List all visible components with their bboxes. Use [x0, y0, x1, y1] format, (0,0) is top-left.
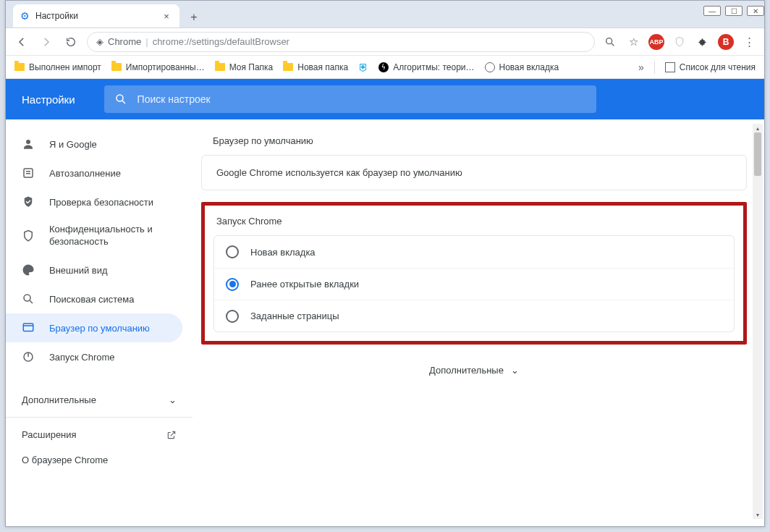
reading-list-button[interactable]: Список для чтения [665, 62, 756, 72]
bookmark-folder[interactable]: Моя Папка [215, 62, 274, 72]
url-path: chrome://settings/defaultBrowser [153, 36, 289, 47]
advanced-toggle-main[interactable]: Дополнительные ⌄ [201, 365, 747, 376]
radio-icon [226, 278, 239, 291]
divider [654, 61, 655, 74]
person-icon [22, 138, 35, 151]
close-tab-button[interactable]: × [161, 10, 172, 22]
settings-search-box[interactable] [104, 85, 596, 113]
globe-icon [485, 62, 495, 72]
svg-point-1 [117, 95, 123, 101]
radio-icon [226, 245, 239, 258]
bookmarks-bar: Выполнен импорт Импортированны… Моя Папк… [6, 56, 764, 79]
sidebar-item-you-and-google[interactable]: Я и Google [6, 130, 182, 159]
sidebar-item-autofill[interactable]: Автозаполнение [6, 159, 182, 187]
bookmark-folder[interactable]: Выполнен импорт [14, 62, 101, 72]
sidebar-item-default-browser[interactable]: Браузер по умолчанию [6, 313, 182, 342]
sidebar-item-privacy[interactable]: Конфиденциальность и безопасность [6, 216, 182, 256]
url-host: Chrome [108, 36, 141, 47]
minimize-button[interactable]: — [703, 6, 721, 16]
search-icon [22, 292, 35, 305]
site-info-icon[interactable]: ◈ [96, 36, 103, 47]
divider [6, 417, 192, 418]
page-title: Настройки [22, 93, 75, 106]
bookmark-item[interactable]: Новая вкладка [485, 62, 559, 72]
shield-check-icon [22, 195, 35, 208]
folder-icon [283, 63, 293, 71]
circle-icon: ϟ [378, 62, 389, 72]
sidebar-item-on-startup[interactable]: Запуск Chrome [6, 342, 182, 371]
folder-icon [111, 63, 122, 71]
tab-strip: ⚙ Настройки × + [6, 1, 764, 28]
svg-point-0 [606, 38, 612, 43]
sidebar-item-safety-check[interactable]: Проверка безопасности [6, 187, 182, 216]
radio-option-continue[interactable]: Ранее открытые вкладки [214, 268, 734, 300]
browser-icon [22, 321, 35, 334]
scroll-up-arrow-icon[interactable]: ▴ [753, 124, 763, 132]
settings-sidebar: Я и Google Автозаполнение Проверка безоп… [6, 119, 192, 526]
profile-avatar[interactable]: B [718, 34, 734, 50]
bookmark-item[interactable]: ⛨ [358, 62, 368, 73]
sidebar-about-link[interactable]: О браузере Chrome [22, 447, 177, 473]
url-input[interactable]: ◈ Chrome | chrome://settings/defaultBrow… [87, 32, 595, 52]
chevron-down-icon: ⌄ [511, 365, 519, 376]
radio-option-specific-pages[interactable]: Заданные страницы [214, 300, 734, 332]
reload-button[interactable] [62, 33, 80, 51]
svg-rect-5 [23, 324, 33, 332]
scroll-down-arrow-icon[interactable]: ▾ [753, 510, 763, 519]
sidebar-advanced-toggle[interactable]: Дополнительные ⌄ [22, 387, 177, 413]
highlighted-section: Запуск Chrome Новая вкладка Ранее открыт… [201, 202, 747, 345]
sidebar-item-appearance[interactable]: Внешний вид [6, 256, 182, 284]
radio-icon [226, 310, 239, 323]
back-button[interactable] [13, 33, 30, 51]
folder-icon [14, 63, 25, 71]
gear-icon: ⚙ [20, 10, 30, 22]
privacy-icon [22, 229, 35, 242]
folder-icon [215, 63, 225, 71]
on-startup-options: Новая вкладка Ранее открытые вкладки Зад… [213, 235, 735, 332]
lens-search-icon[interactable] [602, 34, 618, 50]
address-bar: ◈ Chrome | chrome://settings/defaultBrow… [6, 28, 764, 56]
default-browser-card: Google Chrome используется как браузер п… [201, 155, 747, 190]
scrollbar-thumb[interactable] [754, 132, 761, 176]
settings-search-input[interactable] [138, 93, 586, 105]
extensions-puzzle-icon[interactable] [695, 34, 711, 50]
bookmark-folder[interactable]: Импортированны… [111, 62, 205, 72]
autofill-icon [22, 166, 35, 180]
shield-extension-icon[interactable] [672, 34, 688, 50]
sidebar-extensions-link[interactable]: Расширения [22, 422, 177, 447]
chrome-menu-button[interactable]: ⋮ [741, 34, 757, 50]
svg-point-4 [24, 295, 30, 301]
sidebar-item-search-engine[interactable]: Поисковая система [6, 284, 182, 313]
shield-icon: ⛨ [358, 62, 368, 73]
radio-option-new-tab[interactable]: Новая вкладка [214, 236, 734, 268]
section-title-default-browser: Браузер по умолчанию [213, 135, 747, 146]
tab-title: Настройки [35, 11, 78, 21]
close-window-button[interactable]: ✕ [747, 6, 764, 16]
search-icon [114, 93, 127, 106]
new-tab-button[interactable]: + [184, 7, 204, 28]
forward-button[interactable] [38, 33, 55, 51]
maximize-button[interactable]: ☐ [725, 6, 742, 16]
power-icon [22, 350, 35, 363]
bookmark-item[interactable]: ϟАлгоритмы: теори… [378, 62, 474, 72]
bookmark-star-icon[interactable]: ☆ [625, 34, 641, 50]
section-title-on-startup: Запуск Chrome [216, 216, 735, 227]
abp-extension-icon[interactable]: ABP [648, 34, 664, 50]
bookmark-folder[interactable]: Новая папка [283, 62, 348, 72]
vertical-scrollbar[interactable]: ▴ ▾ [753, 124, 763, 519]
browser-tab-settings[interactable]: ⚙ Настройки × [13, 4, 179, 28]
settings-header: Настройки [6, 79, 764, 119]
settings-main: Браузер по умолчанию Google Chrome испол… [192, 119, 764, 526]
bookmarks-overflow-button[interactable]: » [638, 62, 644, 73]
reading-list-icon [665, 62, 675, 72]
external-link-icon [166, 430, 177, 440]
svg-point-2 [26, 140, 30, 144]
palette-icon [22, 263, 35, 276]
chevron-down-icon: ⌄ [169, 394, 177, 405]
